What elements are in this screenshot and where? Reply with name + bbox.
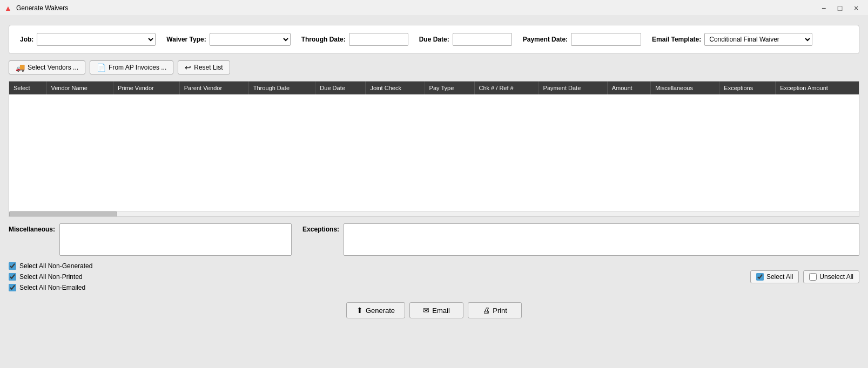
title-bar-left: ▲ Generate Waivers xyxy=(4,4,68,12)
email-template-label: Email Template: xyxy=(652,36,701,43)
due-date-filter-group: Due Date: xyxy=(419,33,512,46)
window-title: Generate Waivers xyxy=(16,4,68,12)
window-controls: − □ × xyxy=(816,2,864,14)
print-label: Print xyxy=(493,306,507,315)
misc-textarea[interactable] xyxy=(59,223,292,256)
title-bar: ▲ Generate Waivers − □ × xyxy=(0,0,868,16)
waiver-type-label: Waiver Type: xyxy=(166,36,206,43)
col-parent-vendor: Parent Vendor xyxy=(179,81,248,94)
col-through-date: Through Date xyxy=(248,81,315,94)
select-vendors-label: Select Vendors ... xyxy=(28,64,78,71)
due-date-label: Due Date: xyxy=(419,36,449,43)
through-date-filter-group: Through Date: xyxy=(301,33,408,46)
payment-date-label: Payment Date: xyxy=(523,36,568,43)
through-date-input[interactable] xyxy=(349,33,408,46)
main-content: Job: Waiver Type: Through Date: Due Date… xyxy=(0,16,868,327)
exceptions-label: Exceptions: xyxy=(302,223,339,233)
right-controls: Select All Unselect All xyxy=(750,270,859,283)
select-all-non-generated-label: Select All Non-Generated xyxy=(19,262,92,270)
generate-icon: ⬆ xyxy=(356,306,363,315)
email-button[interactable]: ✉ Email xyxy=(409,302,463,318)
reset-icon: ↩ xyxy=(185,63,191,72)
email-icon: ✉ xyxy=(423,306,429,315)
reset-list-button[interactable]: ↩ Reset List xyxy=(178,60,230,74)
col-amount: Amount xyxy=(607,81,651,94)
select-all-checkbox[interactable] xyxy=(756,273,764,281)
select-all-group: Select All Unselect All xyxy=(750,270,859,283)
invoice-icon: 📄 xyxy=(97,63,106,72)
misc-section: Miscellaneous: xyxy=(9,223,292,256)
horizontal-scrollbar[interactable] xyxy=(9,211,859,216)
col-exceptions: Exceptions xyxy=(719,81,776,94)
vendors-table-container: Select Vendor Name Prime Vendor Parent V… xyxy=(9,81,859,217)
filter-panel: Job: Waiver Type: Through Date: Due Date… xyxy=(9,25,859,54)
table-scroll[interactable]: Select Vendor Name Prime Vendor Parent V… xyxy=(9,81,859,211)
exceptions-section: Exceptions: xyxy=(302,223,859,256)
col-miscellaneous: Miscellaneous xyxy=(651,81,719,94)
col-prime-vendor: Prime Vendor xyxy=(113,81,180,94)
unselect-all-button[interactable]: Unselect All xyxy=(803,270,859,283)
generate-label: Generate xyxy=(366,306,395,315)
col-due-date: Due Date xyxy=(315,81,366,94)
select-all-non-printed-label: Select All Non-Printed xyxy=(19,273,83,281)
payment-date-filter-group: Payment Date: xyxy=(523,33,641,46)
generate-button[interactable]: ⬆ Generate xyxy=(346,302,405,318)
exceptions-textarea[interactable] xyxy=(344,223,859,256)
col-pay-type: Pay Type xyxy=(425,81,474,94)
col-exception-amount: Exception Amount xyxy=(776,81,859,94)
select-all-non-emailed-label: Select All Non-Emailed xyxy=(19,284,85,291)
col-vendor-name: Vendor Name xyxy=(46,81,113,94)
job-select[interactable] xyxy=(37,33,156,46)
due-date-input[interactable] xyxy=(453,33,512,46)
action-buttons: ⬆ Generate ✉ Email 🖨 Print xyxy=(9,302,859,318)
payment-date-input[interactable] xyxy=(571,33,641,46)
app-icon: ▲ xyxy=(4,4,13,12)
empty-row xyxy=(9,94,859,192)
col-select: Select xyxy=(9,81,46,94)
table-header-row: Select Vendor Name Prime Vendor Parent V… xyxy=(9,81,859,94)
select-all-non-emailed-checkbox[interactable] xyxy=(9,284,16,291)
email-template-filter-group: Email Template: Conditional Final Waiver xyxy=(652,33,812,46)
minimize-button[interactable]: − xyxy=(816,2,831,14)
select-all-non-generated-item[interactable]: Select All Non-Generated xyxy=(9,262,92,270)
col-joint-check: Joint Check xyxy=(366,81,425,94)
table-body xyxy=(9,94,859,192)
job-filter-group: Job: xyxy=(20,33,156,46)
unselect-all-label: Unselect All xyxy=(819,273,853,281)
waiver-type-filter-group: Waiver Type: xyxy=(166,33,290,46)
bottom-controls: Select All Non-Generated Select All Non-… xyxy=(9,262,859,291)
maximize-button[interactable]: □ xyxy=(832,2,847,14)
select-all-non-printed-item[interactable]: Select All Non-Printed xyxy=(9,273,92,281)
waiver-type-select[interactable] xyxy=(210,33,291,46)
col-chk-ref: Chk # / Ref # xyxy=(474,81,539,94)
email-template-select[interactable]: Conditional Final Waiver xyxy=(704,33,812,46)
print-button[interactable]: 🖨 Print xyxy=(468,302,522,318)
from-ap-invoices-label: From AP Invoices ... xyxy=(109,64,166,71)
select-all-button[interactable]: Select All xyxy=(750,270,799,283)
job-label: Job: xyxy=(20,36,33,43)
from-ap-invoices-button[interactable]: 📄 From AP Invoices ... xyxy=(90,60,173,74)
select-all-non-printed-checkbox[interactable] xyxy=(9,273,16,281)
close-button[interactable]: × xyxy=(849,2,864,14)
toolbar: 🚚 Select Vendors ... 📄 From AP Invoices … xyxy=(9,60,859,74)
select-all-label: Select All xyxy=(766,273,793,281)
truck-icon: 🚚 xyxy=(16,63,25,72)
misc-label: Miscellaneous: xyxy=(9,223,55,233)
scrollbar-thumb[interactable] xyxy=(9,212,117,217)
unselect-all-checkbox[interactable] xyxy=(809,273,817,281)
reset-list-label: Reset List xyxy=(194,64,223,71)
print-icon: 🖨 xyxy=(482,306,490,315)
through-date-label: Through Date: xyxy=(301,36,346,43)
col-payment-date: Payment Date xyxy=(539,81,607,94)
select-vendors-button[interactable]: 🚚 Select Vendors ... xyxy=(9,60,85,74)
checkbox-group: Select All Non-Generated Select All Non-… xyxy=(9,262,92,291)
vendors-table: Select Vendor Name Prime Vendor Parent V… xyxy=(9,81,859,192)
select-all-non-generated-checkbox[interactable] xyxy=(9,262,16,270)
select-all-non-emailed-item[interactable]: Select All Non-Emailed xyxy=(9,284,92,291)
bottom-section: Miscellaneous: Exceptions: xyxy=(9,223,859,256)
email-label: Email xyxy=(432,306,450,315)
